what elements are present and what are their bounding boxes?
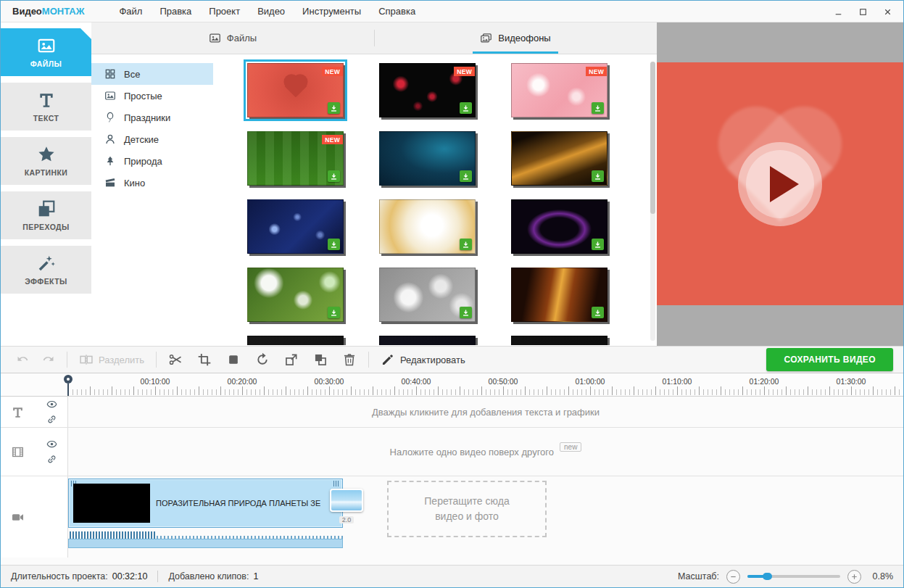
dropzone[interactable]: Перетащите сюда видео и фото: [387, 481, 547, 537]
video-track-body[interactable]: ПОРАЗИТЕЛЬНАЯ ПРИРОДА ПЛАНЕТЫ ЗЕ 2.0 Пер…: [68, 476, 903, 558]
category-nature[interactable]: Природа: [91, 150, 213, 172]
download-icon[interactable]: [592, 170, 604, 182]
zoom-out-button[interactable]: [726, 570, 740, 584]
frame-icon: [226, 352, 241, 367]
sidebar-item-transitions[interactable]: ПЕРЕХОДЫ: [1, 191, 91, 239]
crop-button[interactable]: [192, 349, 217, 370]
rotate-button[interactable]: [250, 349, 275, 370]
download-icon[interactable]: [592, 239, 604, 250]
ruler-label: 00:30:00: [315, 377, 344, 386]
download-icon[interactable]: [460, 102, 472, 114]
maximize-button[interactable]: [855, 4, 870, 19]
thumbnail-red-heart[interactable]: NEW: [247, 63, 344, 117]
category-simple[interactable]: Простые: [91, 85, 213, 107]
tab-files[interactable]: Файлы: [91, 22, 374, 54]
menu-item-3[interactable]: Видео: [249, 2, 294, 20]
sidebar-item-label: ПЕРЕХОДЫ: [22, 223, 69, 231]
thumbnail-pink-hearts[interactable]: NEW: [511, 63, 607, 117]
play-button[interactable]: [738, 142, 822, 226]
camera-icon: [11, 510, 25, 524]
save-video-button[interactable]: СОХРАНИТЬ ВИДЕО: [766, 348, 893, 371]
scrollbar-thumb[interactable]: [650, 62, 655, 214]
clips-label: Добавлено клипов:: [168, 571, 249, 581]
thumbnail-dark-background-1[interactable]: [247, 336, 344, 345]
eye-icon[interactable]: [46, 439, 57, 450]
frame-button[interactable]: [221, 349, 246, 370]
scissors-button[interactable]: [163, 349, 188, 370]
category-kids[interactable]: Детские: [91, 128, 213, 150]
toolbar-separator: [156, 352, 157, 368]
minus-icon: [729, 573, 737, 581]
download-icon[interactable]: [592, 102, 604, 114]
link-icon[interactable]: [46, 414, 57, 425]
thumbnail-purple-ring[interactable]: [511, 199, 607, 254]
text-track-body[interactable]: Дважды кликните для добавления текста и …: [68, 397, 903, 427]
category-all[interactable]: Все: [91, 63, 213, 85]
menu-item-0[interactable]: Файл: [110, 2, 151, 20]
thumbnail-blue-particles[interactable]: [247, 199, 344, 254]
ruler-label: 00:20:00: [228, 377, 257, 386]
replace-button[interactable]: [279, 349, 304, 370]
undo-button[interactable]: [11, 349, 36, 370]
zoom-value: 0.8%: [868, 571, 893, 581]
thumbnail-football-field[interactable]: NEW: [247, 131, 344, 186]
menu-item-1[interactable]: Правка: [151, 2, 200, 20]
scrollbar-track[interactable]: [650, 62, 655, 341]
tab-videobg[interactable]: Видеофоны: [374, 22, 657, 54]
video-clip[interactable]: ПОРАЗИТЕЛЬНАЯ ПРИРОДА ПЛАНЕТЫ ЗЕ: [68, 479, 343, 528]
delete-button[interactable]: [337, 349, 362, 370]
thumbnail-black-red-particles[interactable]: NEW: [379, 63, 476, 117]
category-cinema[interactable]: Кино: [91, 172, 213, 194]
download-icon[interactable]: [592, 307, 604, 318]
sidebar-item-pictures[interactable]: КАРТИНКИ: [1, 137, 91, 185]
layers-button[interactable]: [308, 349, 333, 370]
download-icon[interactable]: [460, 239, 472, 250]
undo-icon: [16, 352, 30, 367]
timeline-ruler[interactable]: 00:10:0000:20:0000:30:0000:40:0000:50:00…: [1, 373, 903, 397]
ruler-label: 01:10:00: [663, 377, 692, 386]
thumbnail-teal-abstract[interactable]: [379, 131, 476, 186]
minimize-button[interactable]: [831, 4, 845, 19]
zoom-slider[interactable]: [747, 571, 840, 581]
menu-item-4[interactable]: Инструменты: [294, 2, 370, 20]
text-track-hint: Дважды кликните для добавления текста и …: [372, 407, 600, 418]
category-holidays[interactable]: Праздники: [91, 107, 213, 128]
close-button[interactable]: [880, 4, 895, 19]
split-button[interactable]: Разделить: [74, 349, 149, 370]
download-icon[interactable]: [328, 170, 340, 182]
thumbnail-golden-lines[interactable]: [511, 268, 607, 322]
close-icon: [883, 7, 892, 17]
edit-button[interactable]: Редактировать: [376, 349, 470, 370]
menu-item-2[interactable]: Проект: [200, 2, 249, 20]
thumbnail-golden-waves[interactable]: [511, 131, 607, 186]
sidebar-item-text[interactable]: ТЕКСТ: [1, 83, 91, 131]
thumbnail-dark-background-3[interactable]: [511, 336, 607, 345]
zoom-slider-thumb[interactable]: [763, 573, 772, 580]
download-icon[interactable]: [328, 307, 340, 318]
thumbnail-dark-background-2[interactable]: [379, 336, 476, 345]
statusbar-separator: [157, 571, 158, 582]
download-icon[interactable]: [328, 239, 340, 250]
sidebar-item-effects[interactable]: ЭФФЕКТЫ: [1, 246, 91, 294]
redo-button[interactable]: [36, 349, 60, 370]
eye-icon[interactable]: [46, 399, 57, 410]
menu-item-5[interactable]: Справка: [370, 2, 424, 20]
tab-label: Видеофоны: [498, 33, 550, 44]
thumbnail-green-bokeh[interactable]: [247, 268, 344, 322]
transition-item[interactable]: 2.0: [328, 489, 365, 525]
overlay-track-body[interactable]: Наложите одно видео поверх другогоnew: [68, 428, 903, 476]
browser-tabs: ФайлыВидеофоны: [91, 22, 657, 54]
playhead[interactable]: [64, 375, 72, 396]
sidebar-item-files[interactable]: ФАЙЛЫ: [1, 28, 91, 76]
audio-waveform[interactable]: [68, 531, 343, 549]
clip-right-handle[interactable]: [333, 481, 340, 486]
thumbnail-gold-flower[interactable]: [379, 199, 476, 254]
download-icon[interactable]: [460, 170, 472, 182]
thumbnail-gray-bokeh[interactable]: [379, 268, 476, 322]
download-icon[interactable]: [460, 307, 472, 318]
download-icon[interactable]: [328, 102, 340, 114]
link-icon[interactable]: [46, 454, 57, 465]
playhead-handle[interactable]: [64, 375, 72, 384]
zoom-in-button[interactable]: [847, 570, 861, 584]
toolbar-separator: [67, 352, 67, 368]
